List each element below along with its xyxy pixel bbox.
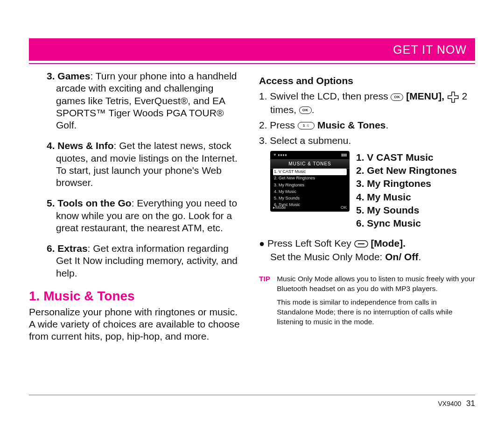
softkey-right: OK <box>341 205 347 210</box>
phone-screenshot: ▼ ∎∎∎∎ ▮▮▮ MUSIC & TONES 1. V CAST Music… <box>270 151 350 212</box>
phone-menu-item: 5. My Sounds <box>273 195 347 202</box>
manual-page: GET IT NOW 3. Games: Turn your phone int… <box>0 0 504 427</box>
softkey-icon <box>354 238 368 249</box>
feature-item: 3. Games: Turn your phone into a handhel… <box>47 70 245 131</box>
feature-list: 3. Games: Turn your phone into a handhel… <box>47 70 245 279</box>
step-item: 1. Swivel the LCD, then press OK [MENU],… <box>259 90 475 116</box>
submenu-labels: 1. V CAST Music 2. Get New Ringtones 3. … <box>356 151 457 230</box>
model-number: VX9400 <box>438 400 462 407</box>
right-column: Access and Options 1. Swivel the LCD, th… <box>259 70 475 392</box>
phone-banner: MUSIC & TONES <box>270 159 350 169</box>
step-text: Select a submenu. <box>270 135 351 146</box>
bullet-sub: Set the Music Only Mode: On/ Off. <box>259 250 475 263</box>
feature-item: 4. News & Info: Get the latest news, sto… <box>47 140 245 189</box>
header-title: GET IT NOW <box>393 43 467 57</box>
step-text: . <box>312 104 315 115</box>
softkey-left: ▸Mode <box>273 205 286 210</box>
bullet-bold: On/ Off <box>385 251 418 262</box>
tip-paragraph: This mode is similar to independence fro… <box>277 298 475 327</box>
phone-menu-item: 1. V CAST Music <box>273 169 347 175</box>
battery-icon: ▮▮▮ <box>341 153 347 157</box>
feature-item: 5. Tools on the Go: Everything you need … <box>47 197 245 234</box>
step-bold: Music & Tones <box>317 120 386 130</box>
one-key-icon: 1 ♫ <box>298 122 315 129</box>
feature-number: 4. <box>47 140 55 151</box>
phone-menu-item: 2. Get New Ringtones <box>273 175 347 182</box>
subheading: Access and Options <box>259 75 475 87</box>
step-item: 2. Press 1 ♫ Music & Tones. <box>259 119 475 131</box>
body-area: 3. Games: Turn your phone into a handhel… <box>29 70 475 392</box>
phone-menu-list: 1. V CAST Music 2. Get New Ringtones 3. … <box>273 169 347 209</box>
phone-status-bar: ▼ ∎∎∎∎ ▮▮▮ <box>273 153 347 157</box>
step-text: . <box>386 120 389 130</box>
tip-block: TIP Music Only Mode allows you to listen… <box>259 274 475 331</box>
tip-label: TIP <box>259 274 270 331</box>
tip-paragraph: Music Only Mode allows you to listen to … <box>277 274 475 294</box>
ok-key-icon: OK <box>391 93 403 101</box>
step-number: 2. <box>259 120 267 130</box>
step-text: Press <box>270 120 298 130</box>
phone-menu-item: 4. My Music <box>273 188 347 195</box>
dpad-icon <box>447 91 459 101</box>
feature-number: 5. <box>47 198 55 208</box>
footer-divider <box>29 395 475 395</box>
header-bar: GET IT NOW <box>29 38 475 61</box>
feature-number: 6. <box>47 243 55 254</box>
submenu-row: ▼ ∎∎∎∎ ▮▮▮ MUSIC & TONES 1. V CAST Music… <box>270 151 475 230</box>
phone-menu-item: 3. My Ringtones <box>273 182 347 188</box>
bullet-text: . <box>418 251 421 262</box>
bullet-text: Press Left Soft Key <box>267 238 354 249</box>
step-text: Swivel the LCD, then press <box>270 91 391 101</box>
steps-list: 1. Swivel the LCD, then press OK [MENU],… <box>259 90 475 147</box>
tip-text: Music Only Mode allows you to listen to … <box>277 274 475 331</box>
bullet-item: ● Press Left Soft Key [Mode]. <box>259 237 475 249</box>
menu-label: [MENU], <box>406 91 447 101</box>
feature-name: Extras <box>57 243 87 254</box>
left-column: 3. Games: Turn your phone into a handhel… <box>29 70 245 392</box>
bullet-bold: [Mode]. <box>371 238 406 249</box>
section-intro: Personalize your phone with ringtones or… <box>29 306 245 343</box>
bullet-text: Set the Music Only Mode: <box>270 251 385 262</box>
section-heading: 1. Music & Tones <box>29 288 245 304</box>
page-number: 31 <box>466 399 475 408</box>
footer: VX9400 31 <box>438 399 475 408</box>
step-number: 3. <box>259 135 267 146</box>
header-divider <box>29 63 475 64</box>
phone-softkeys: ▸Mode OK <box>273 205 347 210</box>
ok-key-icon: OK <box>299 107 312 114</box>
feature-name: Games <box>57 71 90 81</box>
feature-number: 3. <box>47 71 55 81</box>
feature-item: 6. Extras: Get extra information regardi… <box>47 242 245 279</box>
signal-icon: ▼ ∎∎∎∎ <box>273 153 287 157</box>
step-number: 1. <box>259 91 267 101</box>
step-item: 3. Select a submenu. <box>259 134 475 147</box>
bullet-icon: ● <box>259 238 265 249</box>
feature-name: Tools on the Go <box>57 198 131 208</box>
feature-name: News & Info <box>57 140 113 151</box>
